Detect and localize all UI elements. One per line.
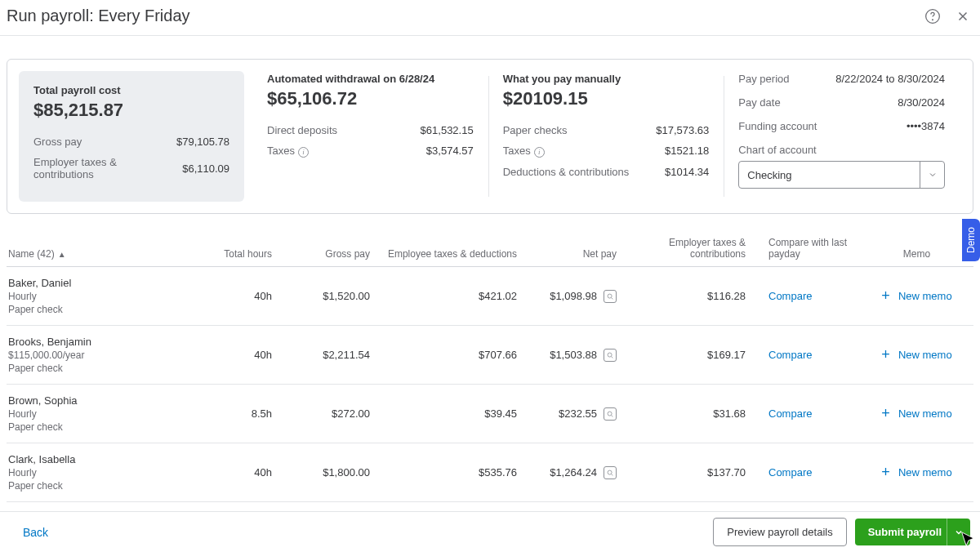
page-title: Run payroll: Every Friday: [7, 7, 190, 25]
manual-value: $20109.15: [503, 88, 710, 109]
taxes-value: $39.45: [370, 407, 517, 420]
gross-value: $1,520.00: [272, 290, 370, 302]
new-memo-button[interactable]: +New memo: [860, 405, 973, 422]
gross-value: $2,211.54: [272, 349, 370, 361]
employee-name: Baker, Daniel: [8, 277, 170, 289]
table-row: Brown, Sophia Hourly Paper check 8.5h $2…: [7, 385, 973, 443]
chart-account-label: Chart of account: [738, 144, 945, 156]
manual-panel: What you pay manually $20109.15 Paper ch…: [488, 73, 724, 200]
compare-link[interactable]: Compare: [768, 290, 812, 302]
employer-taxes-value: $169.17: [639, 349, 746, 361]
direct-deposits-label: Direct deposits: [267, 124, 337, 136]
table-row: Clark, Isabella Hourly Paper check 40h $…: [7, 443, 973, 502]
pay-period-value: 8/22/2024 to 8/30/2024: [835, 73, 945, 85]
table-row: Brooks, Benjamin $115,000.00/year Paper …: [7, 326, 973, 385]
employee-table: Name (42)▲ Total hours Gross pay Employe…: [7, 237, 973, 548]
compare-link[interactable]: Compare: [768, 466, 812, 479]
funding-account-label: Funding account: [738, 120, 817, 132]
employer-taxes-value: $31.68: [639, 407, 746, 420]
submit-payroll-dropdown[interactable]: [947, 519, 970, 545]
pay-period-label: Pay period: [738, 73, 789, 85]
paper-checks-label: Paper checks: [503, 124, 568, 136]
col-net-header[interactable]: Net pay: [517, 248, 639, 260]
taxes-value: $707.66: [370, 349, 517, 361]
hours-value: 40h: [170, 466, 272, 479]
help-icon[interactable]: [924, 8, 941, 24]
employee-rate: Hourly: [8, 408, 170, 420]
hours-value: 40h: [170, 349, 272, 361]
chart-account-selected: Checking: [739, 169, 920, 181]
preview-details-button[interactable]: Preview payroll details: [713, 518, 846, 546]
svg-point-4: [608, 412, 612, 416]
pay-date-value: 8/30/2024: [898, 96, 945, 109]
total-cost-panel: Total payroll cost $85,215.87 Gross pay …: [19, 71, 244, 202]
total-cost-label: Total payroll cost: [33, 84, 229, 96]
plus-icon: +: [881, 287, 890, 305]
meta-panel: Pay period 8/22/2024 to 8/30/2024 Pay da…: [724, 73, 960, 200]
manual-label: What you pay manually: [503, 73, 710, 85]
preview-paycheck-icon[interactable]: [604, 466, 617, 479]
employee-name: Clark, Isabella: [8, 453, 170, 465]
new-memo-button[interactable]: +New memo: [860, 346, 973, 363]
taxes-value: $535.76: [370, 466, 517, 479]
svg-point-2: [608, 294, 612, 298]
chart-account-select[interactable]: Checking: [738, 161, 945, 189]
plus-icon: +: [881, 464, 890, 481]
total-cost-value: $85,215.87: [33, 100, 229, 121]
taxes-value: $3,574.57: [426, 145, 474, 157]
employee-pay-method: Paper check: [8, 421, 170, 433]
taxes-label: Taxesi: [267, 145, 309, 158]
pay-date-label: Pay date: [738, 96, 780, 109]
preview-paycheck-icon[interactable]: [604, 407, 617, 421]
compare-link[interactable]: Compare: [768, 349, 812, 361]
employee-rate: Hourly: [8, 291, 170, 302]
plus-icon: +: [881, 405, 890, 422]
withdrawal-label: Automated withdrawal on 6/28/24: [267, 73, 474, 85]
employee-name: Brown, Sophia: [8, 394, 170, 407]
employee-rate: Hourly: [8, 467, 170, 479]
employer-taxes-value: $137.70: [639, 466, 746, 479]
info-icon[interactable]: i: [298, 147, 309, 158]
new-memo-button[interactable]: +New memo: [860, 464, 973, 481]
col-compare-header: Compare with last payday: [746, 237, 860, 260]
col-taxes-header[interactable]: Employee taxes & deductions: [370, 248, 517, 260]
close-icon[interactable]: [956, 9, 970, 24]
withdrawal-panel: Automated withdrawal on 6/28/24 $65,106.…: [252, 73, 488, 200]
gross-pay-label: Gross pay: [33, 136, 82, 148]
chevron-down-icon[interactable]: [920, 162, 944, 188]
net-value: $1,264.24: [550, 466, 597, 479]
submit-payroll-button[interactable]: Submit payroll: [855, 519, 955, 545]
employee-rate: $115,000.00/year: [8, 349, 170, 361]
compare-link[interactable]: Compare: [768, 407, 812, 420]
taxes-value: $421.02: [370, 290, 517, 302]
info-icon[interactable]: i: [534, 147, 545, 158]
plus-icon: +: [881, 346, 890, 363]
preview-paycheck-icon[interactable]: [604, 349, 617, 362]
manual-taxes-value: $1521.18: [665, 145, 709, 157]
col-emp-header[interactable]: Employer taxes & contributions: [639, 237, 746, 260]
summary-card: Total payroll cost $85,215.87 Gross pay …: [7, 59, 973, 214]
gross-pay-value: $79,105.78: [176, 136, 229, 148]
employer-taxes-value: $6,110.09: [182, 162, 229, 175]
svg-point-3: [608, 353, 612, 357]
demo-tab[interactable]: Demo: [962, 219, 980, 261]
col-name-header[interactable]: Name (42)▲: [7, 248, 170, 260]
net-value: $232.55: [559, 407, 597, 420]
hours-value: 8.5h: [170, 407, 272, 420]
net-value: $1,098.98: [550, 290, 597, 302]
employee-pay-method: Paper check: [8, 304, 170, 315]
gross-value: $1,800.00: [272, 466, 370, 479]
manual-taxes-label: Taxesi: [503, 145, 545, 158]
table-row: Baker, Daniel Hourly Paper check 40h $1,…: [7, 267, 973, 326]
col-hours-header[interactable]: Total hours: [170, 248, 272, 260]
col-memo-header: Memo: [860, 248, 973, 260]
employee-pay-method: Paper check: [8, 480, 170, 492]
preview-paycheck-icon[interactable]: [604, 290, 617, 303]
back-button[interactable]: Back: [23, 526, 48, 539]
sort-asc-icon: ▲: [58, 250, 66, 259]
col-gross-header[interactable]: Gross pay: [272, 248, 370, 260]
direct-deposits-value: $61,532.15: [421, 124, 474, 136]
svg-point-5: [608, 470, 612, 474]
employer-taxes-label: Employer taxes & contributions: [33, 156, 131, 180]
new-memo-button[interactable]: +New memo: [860, 287, 973, 305]
